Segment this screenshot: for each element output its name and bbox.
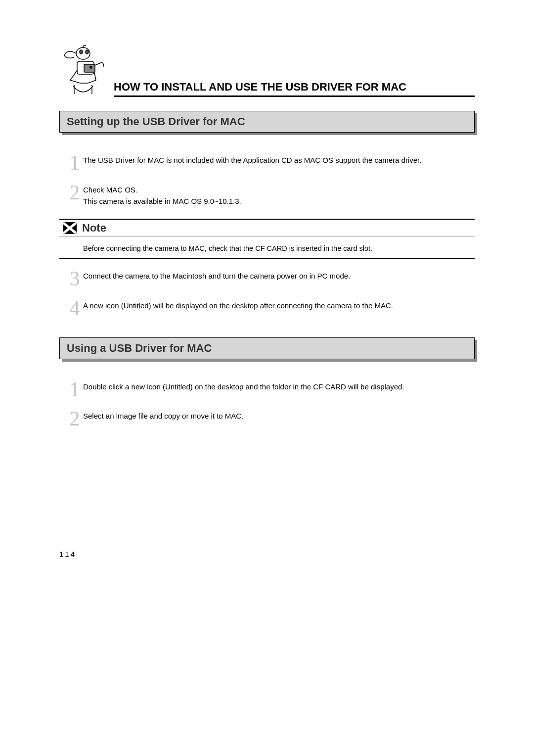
section-heading-using: Using a USB Driver for MAC xyxy=(59,337,475,359)
note-icon xyxy=(62,222,77,235)
note-box: Note Before connecting the camera to MAC… xyxy=(59,219,475,259)
step-3: 3 Connect the camera to the Macintosh an… xyxy=(66,270,475,288)
step-text: Check MAC OS. This camera is available i… xyxy=(83,184,241,207)
step-text-line: This camera is available in MAC OS 9.0~1… xyxy=(83,197,241,205)
section-heading-setup: Setting up the USB Driver for MAC xyxy=(59,111,475,133)
step-number: 2 xyxy=(66,184,83,202)
using-step-2: 2 Select an image file and copy or move … xyxy=(66,410,475,428)
step-1: 1 The USB Driver for MAC is not included… xyxy=(66,154,475,172)
svg-point-4 xyxy=(80,50,83,54)
step-number: 1 xyxy=(66,381,83,399)
step-text: Select an image file and copy or move it… xyxy=(83,410,243,422)
page-title: HOW TO INSTALL AND USE THE USB DRIVER FO… xyxy=(114,81,475,94)
step-text: Connect the camera to the Macintosh and … xyxy=(83,270,350,282)
step-2: 2 Check MAC OS. This camera is available… xyxy=(66,184,475,207)
title-underline xyxy=(114,95,475,97)
step-number: 2 xyxy=(66,410,83,428)
using-step-1: 1 Double click a new icon (Untitled) on … xyxy=(66,381,475,399)
step-text: Double click a new icon (Untitled) on th… xyxy=(83,381,404,392)
note-body: Before connecting the camera to MAC, che… xyxy=(59,237,475,259)
page-header: HOW TO INSTALL AND USE THE USB DRIVER FO… xyxy=(59,45,475,101)
svg-rect-2 xyxy=(84,64,95,72)
document-page: HOW TO INSTALL AND USE THE USB DRIVER FO… xyxy=(0,0,534,428)
step-text: The USB Driver for MAC is not included w… xyxy=(83,154,421,166)
step-number: 4 xyxy=(66,300,83,318)
mascot-icon xyxy=(59,45,109,99)
heading-text: Setting up the USB Driver for MAC xyxy=(59,111,475,133)
mascot-illustration xyxy=(59,45,109,101)
step-number: 1 xyxy=(66,154,83,172)
svg-point-3 xyxy=(90,66,92,68)
step-4: 4 A new icon (Untitled) will be displaye… xyxy=(66,300,475,318)
note-header: Note xyxy=(59,219,475,237)
step-text-line: Check MAC OS. xyxy=(83,186,137,194)
step-number: 3 xyxy=(66,270,83,288)
title-container: HOW TO INSTALL AND USE THE USB DRIVER FO… xyxy=(114,81,475,101)
svg-point-5 xyxy=(86,50,89,54)
heading-text: Using a USB Driver for MAC xyxy=(59,337,475,359)
note-label: Note xyxy=(82,222,106,235)
page-number: 114 xyxy=(59,550,76,558)
step-text: A new icon (Untitled) will be displayed … xyxy=(83,300,393,311)
